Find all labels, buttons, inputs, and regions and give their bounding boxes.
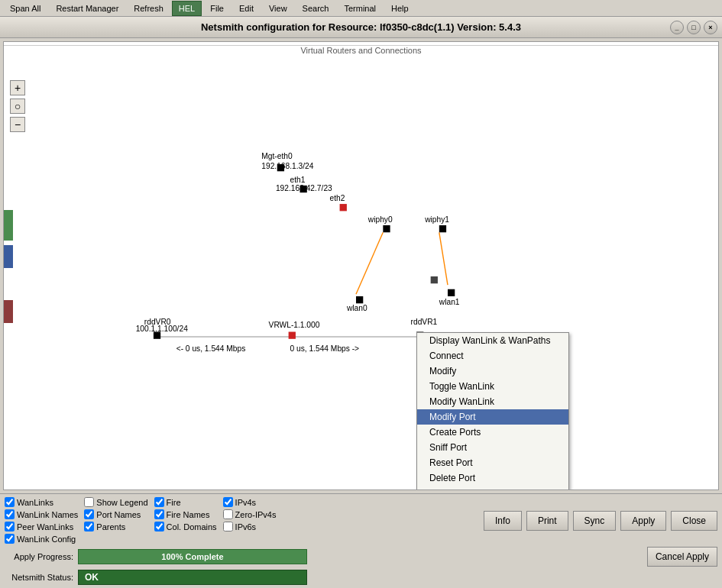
checkbox-col1: WanLinks WanLink Names Peer WanLinks Wan… [5, 497, 78, 544]
cb-ipv4s-input[interactable] [223, 497, 233, 507]
progress-bar-text: 100% Complete [161, 552, 223, 561]
cb-show-legend-label: Show Legend [96, 498, 147, 507]
cb-port-names-input[interactable] [84, 509, 94, 519]
info-button[interactable]: Info [484, 511, 522, 531]
cb-ipv6s-label: IPv6s [235, 522, 257, 531]
label-mgt-eth0-ip: 192.168.1.3/24 [261, 162, 314, 170]
menu-file[interactable]: File [203, 1, 231, 16]
ctx-modify-wanlink[interactable]: Modify WanLink [417, 394, 568, 409]
cb-ipv6s-input[interactable] [223, 522, 233, 531]
node-wlan1 [448, 289, 455, 296]
cb-show-legend-input[interactable] [84, 497, 94, 507]
title-bar: Netsmith configuration for Resource: lf0… [0, 17, 722, 38]
node-wiphy1 [439, 225, 446, 232]
cb-ipv4s: IPv4s [223, 497, 277, 507]
menu-terminal[interactable]: Terminal [337, 1, 383, 16]
node-wlan0 [356, 296, 363, 303]
cb-wanlink-config-input[interactable] [5, 534, 15, 544]
ctx-create-ports[interactable]: Create Ports [417, 425, 568, 440]
menu-hel[interactable]: HEL [172, 1, 202, 16]
node-wiphy0 [383, 225, 390, 232]
cb-fire: Fire [154, 497, 217, 507]
link-label-left: <- 0 us, 1.544 Mbps [176, 344, 246, 353]
cb-zero-ipv4s-label: Zero-IPv4s [235, 510, 277, 519]
spacer [282, 497, 477, 544]
menu-view[interactable]: View [262, 1, 294, 16]
window-title: Netsmith configuration for Resource: lf0… [201, 21, 521, 33]
cb-zero-ipv4s-input[interactable] [223, 509, 233, 519]
action-buttons: Info Print Sync Apply Close [484, 497, 717, 544]
cb-zero-ipv4s: Zero-IPv4s [223, 509, 277, 519]
cb-wanlinks-input[interactable] [5, 497, 15, 507]
link-wiphy0-wlan0 [356, 232, 383, 294]
progress-label: Apply Progress: [5, 552, 73, 561]
cb-col-domains: Col. Domains [154, 522, 217, 531]
bottom-controls: WanLinks WanLink Names Peer WanLinks Wan… [0, 493, 722, 588]
ctx-modify[interactable]: Modify [417, 363, 568, 379]
cb-fire-names: Fire Names [154, 509, 217, 519]
menu-restart-manager[interactable]: Restart Manager [49, 1, 125, 16]
cb-parents-input[interactable] [84, 522, 94, 531]
minimize-button[interactable]: _ [670, 21, 684, 34]
ctx-delete-port[interactable]: Delete Port [417, 470, 568, 486]
controls-row: WanLinks WanLink Names Peer WanLinks Wan… [5, 497, 717, 544]
close-button[interactable]: Close [671, 511, 717, 531]
label-eth1-ip: 192.168.42.7/23 [276, 184, 332, 192]
cb-fire-label: Fire [167, 498, 181, 507]
cb-wanlink-names-input[interactable] [5, 509, 15, 519]
checkbox-col2: Show Legend Port Names Parents [84, 497, 147, 544]
ctx-display-wanlink[interactable]: Display WanLink & WanPaths [417, 333, 568, 348]
cb-peer-wanlinks-input[interactable] [5, 522, 15, 531]
ctx-delete-wanlink[interactable]: Delete WanLink [417, 486, 568, 490]
close-button[interactable]: × [704, 21, 717, 34]
network-svg: Mgt-eth0 192.168.1.3/24 eth1 192.168.42.… [4, 42, 718, 489]
ctx-reset-port[interactable]: Reset Port [417, 455, 568, 470]
progress-bar: 100% Complete [78, 549, 307, 564]
menu-search[interactable]: Search [296, 1, 336, 16]
label-vrwl: VRWL-1.1.000 [269, 321, 320, 329]
cancel-apply-button[interactable]: Cancel Apply [647, 547, 717, 567]
cb-col-domains-input[interactable] [154, 522, 164, 531]
label-eth2: eth2 [330, 194, 345, 202]
checkbox-col3: Fire Fire Names Col. Domains [154, 497, 217, 544]
cb-wanlink-config-label: WanLink Config [17, 535, 76, 544]
ctx-modify-port[interactable]: Modify Port [417, 409, 568, 425]
cb-wanlinks-label: WanLinks [17, 498, 53, 507]
network-canvas-area[interactable]: Virtual Routers and Connections + ○ − Mg… [3, 41, 719, 490]
cb-wanlink-names-label: WanLink Names [17, 510, 78, 519]
menu-help[interactable]: Help [384, 1, 416, 16]
cb-fire-names-input[interactable] [154, 509, 164, 519]
cb-wanlink-names: WanLink Names [5, 509, 78, 519]
apply-button[interactable]: Apply [620, 511, 666, 531]
ctx-connect[interactable]: Connect [417, 348, 568, 363]
label-rddVR1: rddVR1 [411, 318, 438, 326]
status-text: OK [85, 572, 99, 583]
cb-port-names: Port Names [84, 509, 147, 519]
cb-ipv6s: IPv6s [223, 522, 277, 531]
context-menu: Display WanLink & WanPaths Connect Modif… [416, 332, 569, 490]
main-window: Virtual Routers and Connections + ○ − Mg… [0, 38, 722, 588]
ctx-toggle-wanlink[interactable]: Toggle WanLink [417, 379, 568, 394]
cb-peer-wanlinks: Peer WanLinks [5, 522, 78, 531]
label-eth1: eth1 [290, 176, 305, 184]
menu-span-all[interactable]: Span All [3, 1, 47, 16]
menu-edit[interactable]: Edit [232, 1, 261, 16]
maximize-button[interactable]: □ [687, 21, 701, 34]
link-label-right: 0 us, 1.544 Mbps -> [290, 344, 359, 353]
cb-peer-wanlinks-label: Peer WanLinks [17, 522, 73, 531]
ctx-sniff-port[interactable]: Sniff Port [417, 440, 568, 455]
label-wiphy1: wiphy1 [424, 215, 449, 224]
print-button[interactable]: Print [526, 511, 568, 531]
label-wlan1: wlan1 [439, 298, 460, 306]
menu-refresh[interactable]: Refresh [127, 1, 170, 16]
label-mgt-eth0: Mgt-eth0 [261, 152, 293, 160]
progress-row: Apply Progress: 100% Complete Cancel App… [5, 547, 717, 567]
title-bar-buttons: _ □ × [670, 21, 717, 34]
sync-button[interactable]: Sync [573, 511, 617, 531]
cb-wanlink-config: WanLink Config [5, 534, 78, 544]
cb-parents-label: Parents [96, 522, 125, 531]
cb-port-names-label: Port Names [96, 510, 141, 519]
cb-fire-input[interactable] [154, 497, 164, 507]
cb-wanlinks: WanLinks [5, 497, 78, 507]
label-wlan0: wlan0 [346, 304, 367, 312]
